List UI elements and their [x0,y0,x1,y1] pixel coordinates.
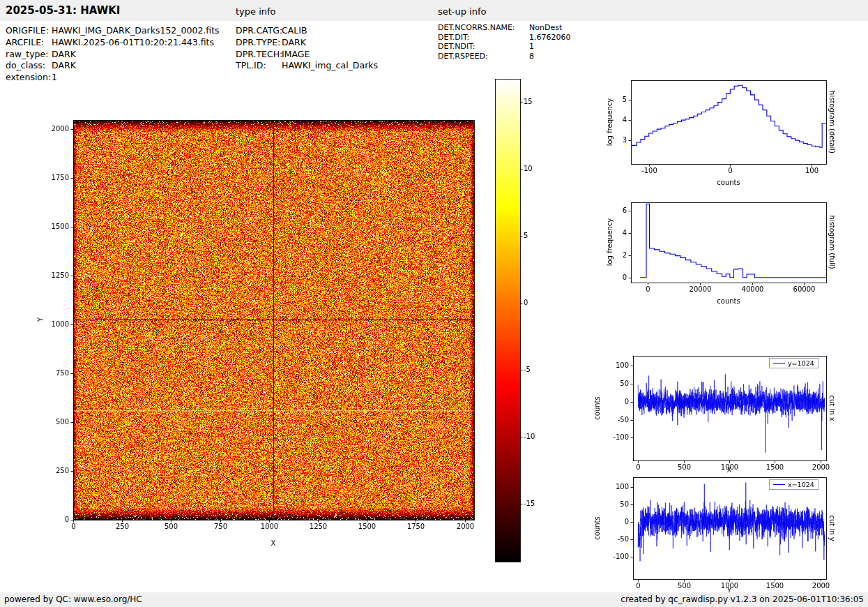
legend-line-sample [773,363,785,364]
hist-full-side-label: histogram (full) [828,215,836,269]
cut-y-legend: x=1024 [769,479,818,490]
cut-x-side-label: cut in x [828,395,836,421]
legend-label: x=1024 [788,481,814,488]
hist-detail-xaxis-label: counts [717,179,740,186]
footer-bar: powered by QC: www.eso.org/HC created by… [0,592,868,607]
cut-x-legend: y=1024 [769,358,818,368]
legend-label: y=1024 [788,359,814,367]
cut-y-yaxis-label: counts [593,516,601,539]
hist-detail-side-label: histogram (detail) [828,91,836,153]
cut-x-xaxis-label: X [727,466,732,474]
main-yaxis-label: Y [37,317,45,322]
main-xaxis-label: X [271,539,276,547]
cut-x-yaxis-label: counts [593,396,601,419]
footer-right-text: created by qc_rawdisp.py v1.2.3 on 2025-… [620,594,864,604]
qc-report-page: 2025-05-31: HAWKI type info set-up info … [0,0,868,607]
hist-full-yaxis-label: log frequency [606,218,614,267]
legend-line-sample [773,484,785,485]
cut-y-side-label: cut in y [828,515,836,541]
hist-full-xaxis-label: counts [717,297,740,305]
hist-detail-yaxis-label: log frequency [606,98,614,147]
footer-left-text: powered by QC: www.eso.org/HC [4,594,142,604]
